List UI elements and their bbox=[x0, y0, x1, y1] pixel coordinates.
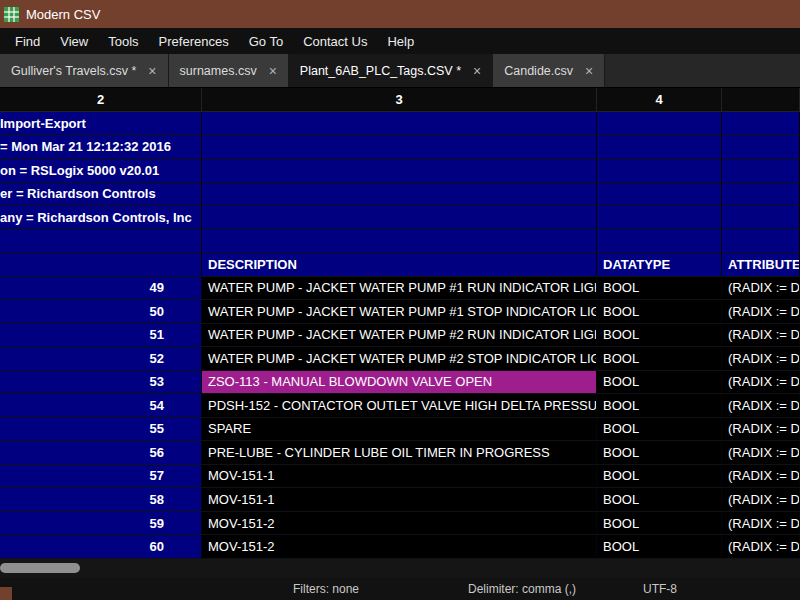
cell-datatype[interactable]: BOOL bbox=[597, 300, 722, 324]
menu-item-find[interactable]: Find bbox=[5, 29, 50, 54]
cell-row-number[interactable]: 60 bbox=[0, 535, 202, 559]
menu-item-contact-us[interactable]: Contact Us bbox=[293, 29, 377, 54]
cell-attribute[interactable]: (RADIX := D bbox=[722, 394, 800, 418]
tab-surnames-csv[interactable]: surnames.csv× bbox=[169, 54, 289, 87]
column-header-4[interactable]: 4 bbox=[597, 88, 722, 112]
cell-datatype[interactable]: BOOL bbox=[597, 371, 722, 395]
column-header-cut[interactable] bbox=[722, 88, 800, 112]
tab-candide-csv[interactable]: Candide.csv× bbox=[493, 54, 605, 87]
cell-description[interactable]: PDSH-152 - CONTACTOR OUTLET VALVE HIGH D… bbox=[202, 394, 597, 418]
cell-datatype[interactable]: BOOL bbox=[597, 347, 722, 371]
cell-description[interactable] bbox=[202, 230, 597, 254]
cell-datatype[interactable]: BOOL bbox=[597, 512, 722, 536]
cell-attribute[interactable]: (RADIX := D bbox=[722, 418, 800, 442]
cell-attribute[interactable]: (RADIX := D bbox=[722, 300, 800, 324]
cell-datatype[interactable]: BOOL bbox=[597, 465, 722, 489]
cell-datatype[interactable] bbox=[597, 206, 722, 230]
cell-attribute[interactable]: (RADIX := D bbox=[722, 277, 800, 301]
cell-attribute[interactable]: (RADIX := D bbox=[722, 488, 800, 512]
cell-datatype[interactable]: BOOL bbox=[597, 418, 722, 442]
cell-description[interactable]: DESCRIPTION bbox=[202, 253, 597, 277]
grid-row: 55SPAREBOOL(RADIX := D bbox=[0, 418, 800, 442]
cell-description[interactable] bbox=[202, 136, 597, 160]
cell-col2[interactable] bbox=[0, 230, 202, 254]
cell-datatype[interactable]: BOOL bbox=[597, 324, 722, 348]
column-header-3[interactable]: 3 bbox=[202, 88, 597, 112]
cell-attribute[interactable] bbox=[722, 112, 800, 136]
column-header-2[interactable]: 2 bbox=[0, 88, 202, 112]
cell-attribute[interactable]: (RADIX := D bbox=[722, 465, 800, 489]
title-bar[interactable]: Modern CSV bbox=[0, 0, 800, 28]
tab-close-icon[interactable]: × bbox=[269, 64, 277, 78]
cell-datatype[interactable] bbox=[597, 136, 722, 160]
cell-datatype[interactable]: BOOL bbox=[597, 394, 722, 418]
cell-datatype[interactable]: DATATYPE bbox=[597, 253, 722, 277]
tab-close-icon[interactable]: × bbox=[473, 64, 481, 78]
cell-col2[interactable]: = Mon Mar 21 12:12:32 2016 bbox=[0, 136, 202, 160]
cell-description[interactable] bbox=[202, 183, 597, 207]
cell-attribute[interactable]: (RADIX := D bbox=[722, 535, 800, 559]
cell-description[interactable]: WATER PUMP - JACKET WATER PUMP #2 RUN IN… bbox=[202, 324, 597, 348]
cell-attribute[interactable]: (RADIX := D bbox=[722, 512, 800, 536]
cell-description[interactable]: PRE-LUBE - CYLINDER LUBE OIL TIMER IN PR… bbox=[202, 441, 597, 465]
cell-row-number[interactable]: 55 bbox=[0, 418, 202, 442]
cell-row-number[interactable]: 56 bbox=[0, 441, 202, 465]
cell-row-number[interactable]: 54 bbox=[0, 394, 202, 418]
menu-item-preferences[interactable]: Preferences bbox=[149, 29, 239, 54]
cell-description[interactable]: SPARE bbox=[202, 418, 597, 442]
cell-row-number[interactable]: 51 bbox=[0, 324, 202, 348]
cell-description[interactable]: WATER PUMP - JACKET WATER PUMP #1 STOP I… bbox=[202, 300, 597, 324]
cell-description[interactable]: MOV-151-1 bbox=[202, 465, 597, 489]
cell-description[interactable] bbox=[202, 159, 597, 183]
cell-row-number[interactable]: 58 bbox=[0, 488, 202, 512]
cell-attribute[interactable] bbox=[722, 230, 800, 254]
cell-description[interactable]: MOV-151-2 bbox=[202, 535, 597, 559]
cell-attribute[interactable] bbox=[722, 183, 800, 207]
menu-item-tools[interactable]: Tools bbox=[98, 29, 148, 54]
horizontal-scrollbar[interactable] bbox=[0, 559, 800, 577]
cell-row-number[interactable]: 59 bbox=[0, 512, 202, 536]
cell-description[interactable]: WATER PUMP - JACKET WATER PUMP #2 STOP I… bbox=[202, 347, 597, 371]
cell-description-highlighted[interactable]: ZSO-113 - MANUAL BLOWDOWN VALVE OPEN bbox=[202, 371, 597, 395]
cell-datatype[interactable]: BOOL bbox=[597, 441, 722, 465]
cell-attribute[interactable] bbox=[722, 159, 800, 183]
cell-attribute[interactable]: (RADIX := D bbox=[722, 324, 800, 348]
cell-datatype[interactable] bbox=[597, 159, 722, 183]
cell-attribute[interactable]: ATTRIBUTE bbox=[722, 253, 800, 277]
cell-row-number[interactable]: 50 bbox=[0, 300, 202, 324]
menu-item-help[interactable]: Help bbox=[377, 29, 424, 54]
tab-close-icon[interactable]: × bbox=[148, 64, 156, 78]
cell-attribute[interactable] bbox=[722, 206, 800, 230]
grid-row: Import-Export bbox=[0, 112, 800, 136]
cell-attribute[interactable] bbox=[722, 136, 800, 160]
cell-row-number[interactable]: 57 bbox=[0, 465, 202, 489]
menu-item-go-to[interactable]: Go To bbox=[239, 29, 293, 54]
cell-col2[interactable]: er = Richardson Controls bbox=[0, 183, 202, 207]
tab-close-icon[interactable]: × bbox=[585, 64, 593, 78]
menu-item-view[interactable]: View bbox=[50, 29, 98, 54]
cell-attribute[interactable]: (RADIX := D bbox=[722, 347, 800, 371]
cell-description[interactable] bbox=[202, 112, 597, 136]
scrollbar-thumb[interactable] bbox=[0, 563, 80, 573]
cell-datatype[interactable] bbox=[597, 230, 722, 254]
cell-datatype[interactable] bbox=[597, 112, 722, 136]
cell-col2[interactable] bbox=[0, 253, 202, 277]
cell-attribute[interactable]: (RADIX := D bbox=[722, 371, 800, 395]
cell-row-number[interactable]: 53 bbox=[0, 371, 202, 395]
cell-datatype[interactable]: BOOL bbox=[597, 277, 722, 301]
cell-attribute[interactable]: (RADIX := D bbox=[722, 441, 800, 465]
cell-description[interactable]: MOV-151-2 bbox=[202, 512, 597, 536]
tab-gulliver-s-travels-csv[interactable]: Gulliver's Travels.csv *× bbox=[0, 54, 169, 87]
cell-description[interactable]: MOV-151-1 bbox=[202, 488, 597, 512]
cell-col2[interactable]: on = RSLogix 5000 v20.01 bbox=[0, 159, 202, 183]
cell-description[interactable]: WATER PUMP - JACKET WATER PUMP #1 RUN IN… bbox=[202, 277, 597, 301]
cell-datatype[interactable]: BOOL bbox=[597, 535, 722, 559]
cell-row-number[interactable]: 49 bbox=[0, 277, 202, 301]
cell-col2[interactable]: any = Richardson Controls, Inc bbox=[0, 206, 202, 230]
cell-col2[interactable]: Import-Export bbox=[0, 112, 202, 136]
cell-datatype[interactable] bbox=[597, 183, 722, 207]
cell-description[interactable] bbox=[202, 206, 597, 230]
cell-row-number[interactable]: 52 bbox=[0, 347, 202, 371]
tab-plant-6ab-plc-tags-csv[interactable]: Plant_6AB_PLC_Tags.CSV *× bbox=[289, 54, 493, 87]
cell-datatype[interactable]: BOOL bbox=[597, 488, 722, 512]
